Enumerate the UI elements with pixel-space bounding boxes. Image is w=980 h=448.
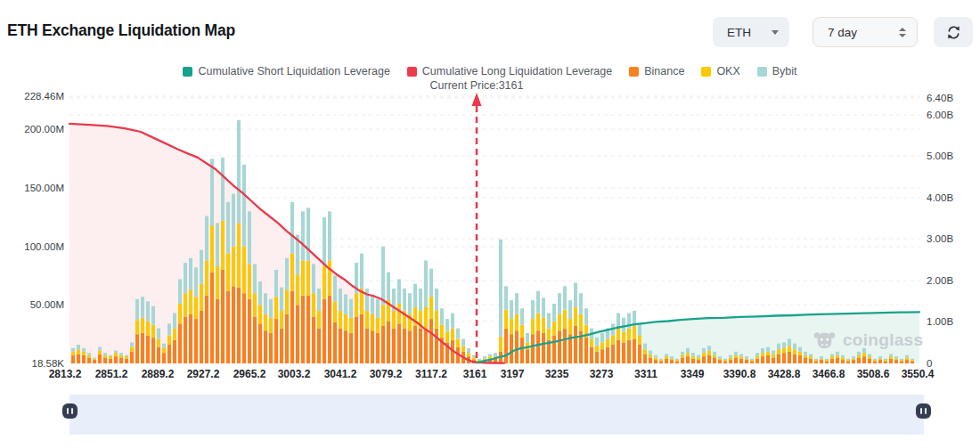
bar-okx[interactable] xyxy=(339,311,342,329)
bar-bybit[interactable] xyxy=(141,297,144,318)
bar-binance[interactable] xyxy=(878,360,882,363)
bar-okx[interactable] xyxy=(210,225,214,273)
bar-bybit[interactable] xyxy=(761,348,764,353)
bar-okx[interactable] xyxy=(574,307,577,326)
bar-bybit[interactable] xyxy=(82,348,86,352)
bar-bybit[interactable] xyxy=(435,289,438,311)
bar-bybit[interactable] xyxy=(109,355,112,356)
bar-okx[interactable] xyxy=(820,359,823,360)
bar-bybit[interactable] xyxy=(878,356,882,359)
bar-okx[interactable] xyxy=(472,357,476,360)
bar-okx[interactable] xyxy=(237,223,241,287)
bar-bybit[interactable] xyxy=(173,314,176,329)
bar-binance[interactable] xyxy=(873,361,877,363)
bar-okx[interactable] xyxy=(654,357,657,360)
bar-binance[interactable] xyxy=(617,340,620,363)
bar-bybit[interactable] xyxy=(520,308,524,324)
bar-okx[interactable] xyxy=(713,355,716,358)
bar-binance[interactable] xyxy=(643,354,647,363)
bar-binance[interactable] xyxy=(745,360,748,363)
bar-okx[interactable] xyxy=(451,329,454,340)
bar-okx[interactable] xyxy=(376,318,380,333)
bar-binance[interactable] xyxy=(558,330,561,363)
bar-binance[interactable] xyxy=(424,329,428,363)
bar-binance[interactable] xyxy=(531,334,535,363)
bar-binance[interactable] xyxy=(381,326,385,363)
bar-bybit[interactable] xyxy=(595,338,599,346)
bar-bybit[interactable] xyxy=(718,356,722,359)
bar-okx[interactable] xyxy=(638,335,641,345)
bar-bybit[interactable] xyxy=(349,299,353,318)
bar-okx[interactable] xyxy=(290,254,294,291)
bar-okx[interactable] xyxy=(617,329,620,340)
bar-okx[interactable] xyxy=(745,359,748,360)
bar-binance[interactable] xyxy=(686,356,690,363)
bar-bybit[interactable] xyxy=(151,306,155,325)
bar-binance[interactable] xyxy=(542,333,545,363)
bar-binance[interactable] xyxy=(659,361,663,363)
bar-bybit[interactable] xyxy=(125,355,128,356)
bar-binance[interactable] xyxy=(510,334,513,363)
bar-bybit[interactable] xyxy=(419,289,422,311)
bar-binance[interactable] xyxy=(911,361,914,363)
bar-okx[interactable] xyxy=(718,359,722,360)
bar-okx[interactable] xyxy=(723,360,727,361)
bar-binance[interactable] xyxy=(408,330,412,363)
bar-okx[interactable] xyxy=(317,311,321,329)
bar-bybit[interactable] xyxy=(478,359,481,360)
bar-binance[interactable] xyxy=(793,354,796,363)
bar-okx[interactable] xyxy=(103,355,107,358)
bar-bybit[interactable] xyxy=(98,347,102,351)
bar-okx[interactable] xyxy=(162,348,166,353)
bar-binance[interactable] xyxy=(242,293,246,363)
bar-bybit[interactable] xyxy=(862,348,866,353)
bar-binance[interactable] xyxy=(296,305,299,363)
bar-binance[interactable] xyxy=(87,357,91,363)
bar-binance[interactable] xyxy=(77,354,80,363)
bar-bybit[interactable] xyxy=(654,355,657,358)
bar-binance[interactable] xyxy=(552,335,556,363)
bar-binance[interactable] xyxy=(151,338,155,363)
bar-binance[interactable] xyxy=(627,340,631,363)
bar-binance[interactable] xyxy=(718,360,722,363)
bar-binance[interactable] xyxy=(734,357,738,363)
bar-okx[interactable] xyxy=(98,351,102,354)
bar-bybit[interactable] xyxy=(312,264,315,293)
bar-binance[interactable] xyxy=(697,360,700,363)
bar-okx[interactable] xyxy=(755,356,759,359)
bar-bybit[interactable] xyxy=(226,202,230,254)
bar-binance[interactable] xyxy=(317,329,321,363)
bar-bybit[interactable] xyxy=(686,348,690,353)
bar-binance[interactable] xyxy=(221,270,225,363)
bar-bybit[interactable] xyxy=(873,359,877,360)
bar-binance[interactable] xyxy=(285,314,289,363)
bar-bybit[interactable] xyxy=(745,356,748,359)
bar-binance[interactable] xyxy=(216,299,219,363)
bar-binance[interactable] xyxy=(210,273,214,363)
bar-okx[interactable] xyxy=(793,349,796,354)
bar-bybit[interactable] xyxy=(563,286,567,309)
bar-bybit[interactable] xyxy=(472,355,476,358)
period-select[interactable]: 7 day xyxy=(813,17,918,47)
bar-binance[interactable] xyxy=(862,356,866,363)
bar-bybit[interactable] xyxy=(269,299,273,318)
bar-bybit[interactable] xyxy=(221,158,225,221)
bar-bybit[interactable] xyxy=(178,279,182,304)
bar-bybit[interactable] xyxy=(71,348,75,352)
bar-okx[interactable] xyxy=(531,319,535,334)
bar-bybit[interactable] xyxy=(766,347,770,352)
bar-okx[interactable] xyxy=(435,311,438,329)
bar-okx[interactable] xyxy=(777,349,780,354)
bar-bybit[interactable] xyxy=(483,356,486,359)
bar-okx[interactable] xyxy=(392,311,396,329)
bar-okx[interactable] xyxy=(600,342,604,349)
bar-okx[interactable] xyxy=(82,352,86,355)
bar-binance[interactable] xyxy=(788,352,791,363)
bar-okx[interactable] xyxy=(146,322,150,336)
bar-okx[interactable] xyxy=(135,320,139,334)
bar-binance[interactable] xyxy=(526,349,529,363)
bar-binance[interactable] xyxy=(755,359,759,363)
bar-okx[interactable] xyxy=(141,318,144,333)
bar-bybit[interactable] xyxy=(536,291,540,314)
bar-okx[interactable] xyxy=(772,354,775,357)
